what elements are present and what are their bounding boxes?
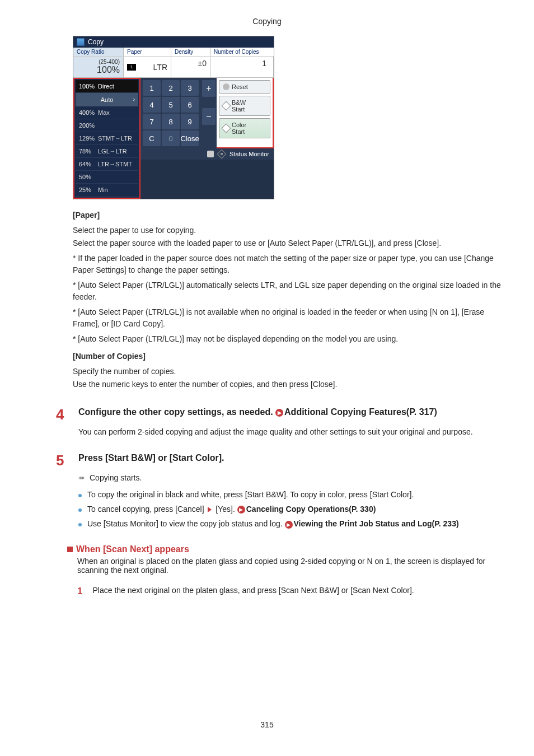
chevron-right-icon: › (133, 96, 135, 102)
page-number: 315 (28, 720, 506, 729)
reset-button[interactable]: Reset (219, 80, 270, 94)
result-arrow-icon: ➠ (78, 473, 90, 482)
ratio-label: STMT→LTR (98, 135, 132, 142)
reset-label: Reset (232, 83, 248, 90)
ratio-item-min[interactable]: 25% Min (76, 184, 138, 197)
bullet-text-pre: Use [Status Monitor] to view the copy jo… (87, 519, 285, 528)
status-monitor-button[interactable]: Status Monitor (229, 151, 269, 157)
window-titlebar: Copy (73, 36, 274, 48)
bullet-icon (78, 508, 82, 512)
window-title: Copy (88, 38, 104, 46)
network-icon (207, 151, 214, 157)
paper-heading: [Paper] (73, 209, 506, 221)
bullet-text: To cancel copying, press [Cancel] [Yes].… (87, 505, 376, 514)
diamond-icon (222, 101, 231, 111)
key-6[interactable]: 6 (181, 97, 199, 113)
bullet-text: To copy the original in black and white,… (87, 490, 414, 499)
ratio-label: Min (98, 186, 108, 193)
key-2[interactable]: 2 (162, 80, 180, 96)
key-8[interactable]: 8 (162, 114, 180, 129)
ratio-item-stmt-ltr[interactable]: 129% STMT→LTR (76, 132, 138, 145)
ratio-item-lgl-ltr[interactable]: 78% LGL→LTR (76, 145, 138, 158)
gear-icon[interactable] (217, 150, 227, 159)
link-arrow-icon: ▶ (275, 409, 283, 417)
bullet-icon (78, 523, 82, 526)
bullet-text-pre: To cancel copying, press [Cancel] (87, 505, 206, 514)
key-5[interactable]: 5 (162, 97, 180, 113)
section-density: Density (171, 48, 210, 56)
substep-1-text: Place the next original on the platen gl… (92, 586, 414, 597)
density-plusminus: + − (201, 78, 217, 148)
substep-1-number: 1 (77, 586, 82, 597)
bullet-icon (78, 494, 82, 497)
bullet-text-mid: [Yes]. (216, 505, 237, 514)
values-row: (25-400) 100% 1 LTR ±0 1 (73, 57, 274, 78)
copies-heading: [Number of Copies] (73, 351, 506, 362)
step-4-desc: You can perform 2-sided copying and adju… (78, 427, 493, 436)
value-density[interactable]: ±0 (171, 57, 210, 77)
section-square-icon (67, 547, 73, 552)
ratio-item-auto[interactable]: Auto › (76, 93, 138, 106)
copy-screen: Copy Copy Ratio Paper Density Number of … (73, 36, 274, 199)
ratio-item-max[interactable]: 400% Max (76, 106, 138, 119)
status-bar: Status Monitor (140, 148, 274, 160)
key-1[interactable]: 1 (143, 80, 161, 96)
scan-next-heading: When [Scan Next] appears (76, 544, 189, 554)
paper-note4: * [Auto Select Paper (LTR/LGL)] may not … (73, 333, 506, 345)
ratio-item-50[interactable]: 50% (76, 171, 138, 184)
ratio-pct: 129% (79, 135, 98, 142)
value-copy-ratio[interactable]: (25-400) 100% (73, 57, 124, 77)
bullet-item: To copy the original in black and white,… (78, 490, 506, 499)
numeric-keypad: 1 2 3 4 5 6 7 8 9 C 0 Close (140, 78, 201, 148)
start-color-button[interactable]: Color Start (219, 118, 270, 138)
key-3[interactable]: 3 (181, 80, 199, 96)
value-copies[interactable]: 1 (210, 57, 274, 77)
step-4-title: Configure the other copy settings, as ne… (78, 407, 506, 422)
start-bw-button[interactable]: B&W Start (219, 96, 270, 116)
density-plus-button[interactable]: + (202, 80, 216, 97)
key-close[interactable]: Close (181, 130, 199, 146)
key-7[interactable]: 7 (143, 114, 161, 129)
bullet-text: Use [Status Monitor] to view the copy jo… (87, 519, 459, 528)
start-bw-label: B&W Start (232, 99, 246, 113)
page-header: Copying (28, 17, 506, 26)
paper-tray-icon: 1 (127, 64, 136, 71)
copies-p2: Use the numeric keys to enter the number… (73, 379, 506, 390)
paper-size-value: LTR (153, 63, 167, 72)
ratio-label: LTR→STMT (98, 161, 132, 167)
section-paper: Paper (124, 48, 171, 56)
link-arrow-icon: ▶ (237, 506, 245, 514)
step-4-title-pre: Configure the other copy settings, as ne… (78, 407, 275, 417)
paper-p1: Select the paper to use for copying. (73, 225, 506, 236)
key-9[interactable]: 9 (181, 114, 199, 129)
step-5-number: 5 (56, 453, 71, 468)
paper-note2: * [Auto Select Paper (LTR/LGL)] automati… (73, 279, 506, 303)
triangle-separator-icon (208, 507, 212, 512)
ratio-item-direct[interactable]: 100% Direct (76, 80, 138, 93)
bullet-link[interactable]: Viewing the Print Job Status and Log(P. … (294, 519, 459, 528)
ratio-pct: 64% (79, 161, 98, 167)
step-4-number: 4 (56, 407, 71, 422)
step-4-link[interactable]: Additional Copying Features(P. 317) (284, 407, 437, 417)
density-minus-button[interactable]: − (202, 108, 216, 125)
ratio-pct: 50% (79, 174, 98, 180)
copies-p1: Specify the number of copies. (73, 366, 506, 377)
diamond-icon (222, 124, 231, 133)
key-c[interactable]: C (143, 130, 161, 146)
ratio-label: LGL→LTR (98, 148, 127, 155)
ratio-pct: 400% (79, 109, 98, 116)
key-4[interactable]: 4 (143, 97, 161, 113)
section-copy-ratio: Copy Ratio (73, 48, 124, 56)
step-5-desc-text: Copying starts. (90, 473, 142, 482)
copy-app-icon (77, 38, 85, 46)
bullet-link[interactable]: Canceling Copy Operations(P. 330) (246, 505, 376, 514)
start-color-label: Color Start (232, 122, 246, 135)
ratio-item-ltr-stmt[interactable]: 64% LTR→STMT (76, 158, 138, 171)
value-paper[interactable]: 1 LTR (124, 57, 171, 77)
ratio-pct: 78% (79, 148, 98, 155)
ratio-pct: 200% (79, 122, 98, 129)
link-arrow-icon: ▶ (285, 521, 293, 529)
key-0[interactable]: 0 (162, 130, 180, 146)
scan-next-desc: When an original is placed on the platen… (77, 557, 491, 575)
ratio-item-200[interactable]: 200% (76, 119, 138, 132)
